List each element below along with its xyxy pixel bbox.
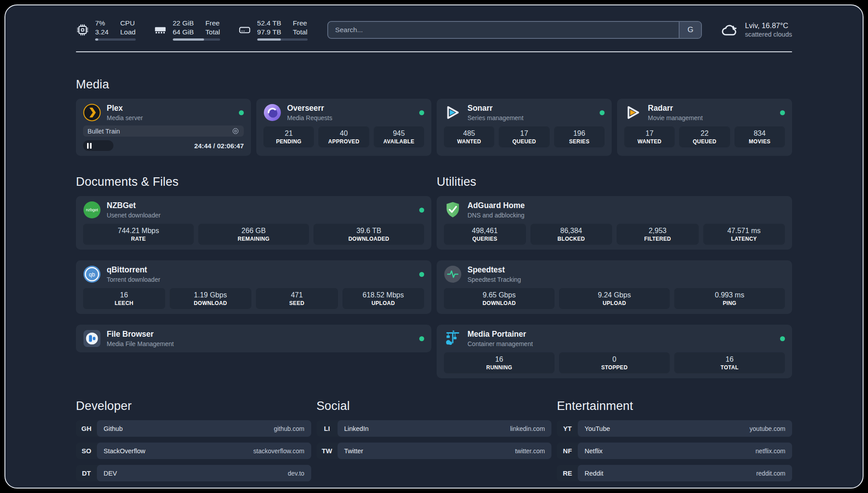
memory-free-label: Free <box>205 19 220 28</box>
stat-value: 618.52 Mbps <box>344 291 423 299</box>
stat-value: 21 <box>265 130 312 138</box>
cpu-load-value: 3.24 <box>95 28 108 37</box>
service-name: Media Portainer <box>467 330 533 339</box>
stat-label: QUERIES <box>446 236 524 242</box>
stat-label: APPROVED <box>320 139 367 145</box>
section-media: Media Plex Media server <box>76 77 792 156</box>
memory-total-value: 64 GiB <box>173 28 194 37</box>
service-card-adguard[interactable]: AdGuard Home DNS and adblocking 498,461 … <box>437 196 792 250</box>
bookmark-name: Twitter <box>344 447 363 455</box>
stat-box: 2,953 FILTERED <box>617 224 699 245</box>
service-card-radarr[interactable]: Radarr Movie management 17 WANTED 22 QUE… <box>617 99 792 156</box>
stat-box: 618.52 Mbps UPLOAD <box>342 288 425 309</box>
qbittorrent-icon: qb <box>83 265 101 283</box>
service-card-speedtest[interactable]: Speedtest Speedtest Tracking 9.65 Gbps D… <box>437 260 792 314</box>
section-title-utilities: Utilities <box>437 175 792 189</box>
stat-value: 40 <box>320 130 367 138</box>
disk-free-label: Free <box>293 19 308 28</box>
stat-value: 86,384 <box>532 227 611 235</box>
bookmark-twitter[interactable]: TW Twitter twitter.com <box>317 443 552 459</box>
topbar: 7% 3.24 CPU Load <box>76 19 792 41</box>
service-card-nzbget[interactable]: nzbget NZBGet Usenet downloader 74 <box>76 196 431 250</box>
memory-icon <box>154 23 167 37</box>
bookmark-netflix[interactable]: NF Netflix netflix.com <box>557 443 792 459</box>
service-card-portainer[interactable]: Media Portainer Container management 16 … <box>437 325 792 378</box>
bookmark-youtube[interactable]: YT YouTube youtube.com <box>557 420 792 437</box>
pause-icon[interactable] <box>87 143 92 149</box>
memory-progress-track <box>173 38 220 41</box>
service-name: Overseerr <box>287 104 332 113</box>
service-desc: Series management <box>467 114 523 121</box>
stat-box: 1.19 Gbps DOWNLOAD <box>170 288 252 309</box>
service-desc: Media server <box>107 114 143 121</box>
bookmark-url: dev.to <box>288 470 305 477</box>
stat-value: 485 <box>446 130 492 138</box>
search-input[interactable] <box>327 21 702 39</box>
service-card-qbittorrent[interactable]: qb qBittorrent Torrent downloader <box>76 260 431 314</box>
stat-label: FILTERED <box>618 236 697 242</box>
qbittorrent-icon-text: qb <box>89 272 95 278</box>
service-card-filebrowser[interactable]: File Browser Media File Management <box>76 325 431 352</box>
stat-label: SERIES <box>556 139 603 145</box>
stat-value: 39.6 TB <box>315 227 422 235</box>
stat-value: 0.993 ms <box>676 291 783 299</box>
radarr-icon <box>624 104 642 121</box>
cpu-load-label: Load <box>120 28 135 37</box>
stat-box: 498,461 QUERIES <box>444 224 526 245</box>
memory-progress-fill <box>173 38 204 41</box>
weather-widget[interactable]: Lviv, 16.87°C scattered clouds <box>721 21 792 39</box>
stat-label: RUNNING <box>446 365 553 371</box>
service-card-plex[interactable]: Plex Media server Bullet Train <box>76 99 251 156</box>
cpu-usage-label: CPU <box>120 19 135 28</box>
gear-icon[interactable] <box>232 127 239 135</box>
status-dot <box>419 110 424 115</box>
service-card-sonarr[interactable]: Sonarr Series management 485 WANTED 17 Q… <box>437 99 612 156</box>
stat-box: 40 APPROVED <box>318 126 369 147</box>
stat-box: 266 GB REMAINING <box>198 224 309 245</box>
stat-box: 9.65 Gbps DOWNLOAD <box>444 288 555 309</box>
section-title-social: Social <box>317 399 552 413</box>
bookmark-github[interactable]: GH Github github.com <box>76 420 311 437</box>
bookmark-dev[interactable]: DT DEV dev.to <box>76 465 311 481</box>
bookmark-url: twitter.com <box>515 447 545 455</box>
section-title-developer: Developer <box>76 399 311 413</box>
bookmark-name: StackOverflow <box>104 447 145 455</box>
cpu-widget: 7% 3.24 CPU Load <box>76 19 136 41</box>
status-dot <box>780 336 785 341</box>
bookmark-abbr: LI <box>317 420 338 437</box>
service-card-overseerr[interactable]: Overseerr Media Requests 21 PENDING 40 A… <box>256 99 431 156</box>
bookmark-reddit[interactable]: RE Reddit reddit.com <box>557 465 792 481</box>
player-progress[interactable] <box>83 140 113 151</box>
memory-widget: 22 GiB 64 GiB Free Total <box>154 19 220 41</box>
stat-box: 744.21 Mbps RATE <box>83 224 194 245</box>
bookmark-linkedin[interactable]: LI LinkedIn linkedin.com <box>317 420 552 437</box>
now-playing-title: Bullet Train <box>88 128 120 135</box>
section-developer: Developer GH Github github.com SO StackO… <box>76 399 311 481</box>
stat-value: 945 <box>376 130 422 138</box>
speedtest-icon <box>444 265 462 283</box>
bookmark-name: Github <box>104 425 123 432</box>
bookmark-name: YouTube <box>584 425 610 432</box>
resource-widgets: 7% 3.24 CPU Load <box>76 19 308 41</box>
service-desc: Media Requests <box>287 114 332 121</box>
stat-label: AVAILABLE <box>376 139 422 145</box>
stat-label: LEECH <box>85 301 163 306</box>
service-desc: Container management <box>467 340 533 347</box>
cpu-progress-track <box>95 38 136 41</box>
dashboard-window: 7% 3.24 CPU Load <box>4 4 864 489</box>
stat-value: 0 <box>561 355 668 363</box>
stat-box: 22 QUEUED <box>679 126 730 147</box>
bookmark-stackoverflow[interactable]: SO StackOverflow stackoverflow.com <box>76 443 311 459</box>
stat-value: 744.21 Mbps <box>85 227 192 235</box>
overseerr-icon <box>263 104 281 121</box>
stat-label: LATENCY <box>705 236 784 242</box>
search-provider-button[interactable]: G <box>679 22 701 38</box>
service-name: Speedtest <box>467 265 521 275</box>
filebrowser-icon <box>83 330 101 347</box>
cpu-icon <box>76 23 89 37</box>
bookmark-name: LinkedIn <box>344 425 369 432</box>
stat-box: 196 SERIES <box>554 126 605 147</box>
cloud-icon <box>721 21 739 39</box>
memory-free-value: 22 GiB <box>173 19 194 28</box>
service-name: NZBGet <box>107 201 161 210</box>
